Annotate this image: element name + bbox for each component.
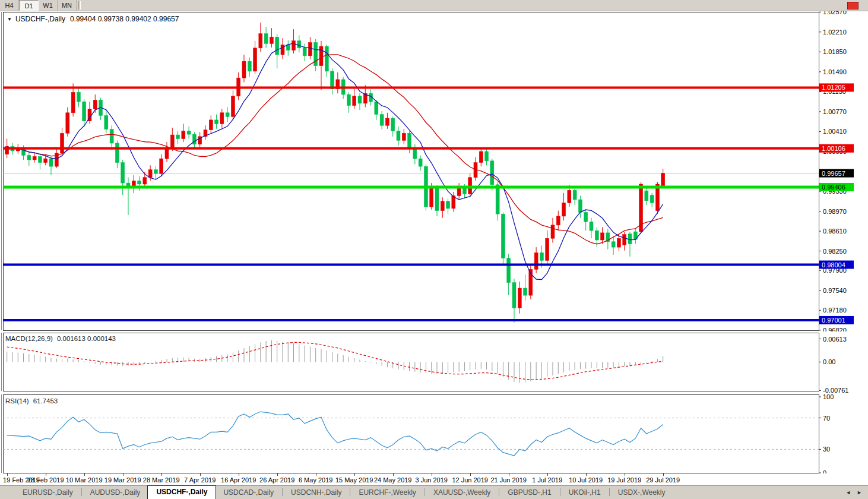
rsi-label: RSI(14) 61.7453 bbox=[5, 397, 58, 405]
tab-separator bbox=[560, 488, 560, 496]
chart-symbol: USDCHF-,Daily bbox=[15, 15, 65, 23]
date-axis[interactable]: 19 Feb 201928 Feb 201910 Mar 201919 Mar … bbox=[0, 473, 868, 485]
svg-text:1.01850: 1.01850 bbox=[823, 48, 847, 55]
date-label: 29 Jul 2019 bbox=[646, 476, 680, 484]
date-tick bbox=[470, 473, 471, 476]
svg-text:0.97001: 0.97001 bbox=[822, 317, 845, 324]
svg-text:0.98610: 0.98610 bbox=[823, 228, 847, 235]
tab-scroll-arrows: ◄ ► bbox=[845, 489, 862, 495]
tab-separator bbox=[81, 488, 82, 496]
svg-text:0.98004: 0.98004 bbox=[822, 261, 845, 269]
svg-text:0.00613: 0.00613 bbox=[823, 336, 847, 343]
svg-text:-0.00761: -0.00761 bbox=[823, 387, 848, 393]
date-tick bbox=[547, 473, 548, 476]
tab-separator bbox=[499, 488, 499, 496]
svg-text:70: 70 bbox=[823, 415, 830, 422]
date-label: 15 May 2019 bbox=[335, 476, 373, 484]
svg-text:30: 30 bbox=[823, 446, 830, 453]
timeframe-button-d1[interactable]: D1 bbox=[19, 0, 39, 11]
timeframe-button-mn[interactable]: MN bbox=[58, 0, 77, 11]
svg-text:0.97540: 0.97540 bbox=[823, 287, 847, 294]
date-tick bbox=[432, 473, 432, 476]
mt4-window: H4D1W1MN 1.025701.022101.018501.014901.0… bbox=[0, 0, 868, 499]
date-label: 1 Jul 2019 bbox=[532, 476, 562, 484]
macd-label: MACD(12,26,9) 0.001613 0.000143 bbox=[5, 335, 116, 342]
toolbar-separator bbox=[78, 1, 81, 10]
svg-text:1.00410: 1.00410 bbox=[823, 128, 847, 135]
tab-usdcnh-daily[interactable]: USDCNH-,Daily bbox=[284, 487, 349, 499]
date-label: 28 Mar 2019 bbox=[143, 476, 180, 484]
tab-xauusd-weekly[interactable]: XAUUSD-,Weekly bbox=[426, 487, 498, 499]
svg-text:1.02210: 1.02210 bbox=[823, 29, 847, 36]
date-tick bbox=[277, 473, 278, 476]
date-label: 21 Jun 2019 bbox=[490, 476, 527, 484]
date-label: 16 Apr 2019 bbox=[221, 476, 256, 484]
date-tick bbox=[84, 473, 85, 476]
timeframe-toolbar: H4D1W1MN bbox=[0, 0, 868, 11]
date-tick bbox=[46, 473, 46, 476]
tab-separator bbox=[350, 488, 350, 496]
svg-text:1.01205: 1.01205 bbox=[822, 84, 845, 91]
date-tick bbox=[316, 473, 316, 476]
red-status-icon bbox=[847, 2, 859, 10]
date-tick bbox=[200, 473, 201, 476]
tabs-scroll-left-icon[interactable]: ◄ bbox=[845, 489, 851, 495]
date-tick bbox=[7, 473, 8, 476]
tab-audusd-daily[interactable]: AUDUSD-,Daily bbox=[83, 487, 148, 499]
macd-pane[interactable]: 0.006130.00-0.00761 bbox=[0, 331, 868, 393]
svg-text:0.00: 0.00 bbox=[823, 358, 835, 365]
date-tick bbox=[123, 473, 123, 476]
tab-ukoil-h1[interactable]: UKOil-,H1 bbox=[562, 487, 608, 499]
chevron-down-icon[interactable]: ▼ bbox=[7, 17, 12, 22]
main-chart-pane[interactable]: 1.025701.022101.018501.014901.011301.007… bbox=[0, 11, 868, 331]
date-tick bbox=[393, 473, 394, 476]
tab-usdchf-daily[interactable]: USDCHF-,Daily bbox=[147, 485, 216, 499]
rsi-name: RSI(14) bbox=[5, 397, 29, 405]
date-label: 12 Jun 2019 bbox=[452, 476, 488, 484]
date-tick bbox=[161, 473, 162, 476]
svg-text:0.97180: 0.97180 bbox=[823, 307, 847, 314]
svg-text:0.98250: 0.98250 bbox=[823, 248, 847, 255]
date-label: 10 Jul 2019 bbox=[569, 476, 603, 484]
timeframe-button-h4[interactable]: H4 bbox=[0, 0, 19, 11]
tab-separator bbox=[609, 488, 610, 496]
svg-text:0.98970: 0.98970 bbox=[823, 208, 847, 215]
macd-values: 0.001613 0.000143 bbox=[57, 335, 116, 342]
svg-text:100: 100 bbox=[823, 393, 834, 400]
svg-text:1.00770: 1.00770 bbox=[823, 108, 847, 115]
chart-ohlc-values: 0.99404 0.99738 0.99402 0.99657 bbox=[70, 15, 179, 23]
svg-text:1.01490: 1.01490 bbox=[823, 68, 847, 75]
tab-usdx-weekly[interactable]: USDX-,Weekly bbox=[611, 487, 673, 499]
date-label: 3 Jun 2019 bbox=[415, 476, 447, 484]
date-label: 19 Mar 2019 bbox=[104, 476, 141, 484]
tab-eurchf-weekly[interactable]: EURCHF-,Weekly bbox=[351, 487, 423, 499]
chart-window: 1.025701.022101.018501.014901.011301.007… bbox=[0, 11, 868, 485]
macd-name: MACD(12,26,9) bbox=[5, 335, 53, 342]
svg-text:1.02570: 1.02570 bbox=[823, 11, 847, 15]
date-tick bbox=[509, 473, 509, 476]
date-tick bbox=[354, 473, 355, 476]
tab-eurusd-daily[interactable]: EURUSD-,Daily bbox=[15, 487, 80, 499]
date-label: 28 Feb 2019 bbox=[27, 476, 64, 484]
date-tick bbox=[663, 473, 664, 476]
date-label: 24 May 2019 bbox=[374, 476, 412, 484]
date-label: 19 Jul 2019 bbox=[607, 476, 641, 484]
rsi-pane[interactable]: 10070300 bbox=[0, 393, 868, 473]
date-tick bbox=[586, 473, 587, 476]
svg-text:0.96820: 0.96820 bbox=[823, 327, 847, 331]
timeframe-button-w1[interactable]: W1 bbox=[39, 0, 58, 11]
date-tick bbox=[625, 473, 625, 476]
date-tick bbox=[239, 473, 239, 476]
tab-separator bbox=[282, 488, 283, 496]
tab-usdcad-daily[interactable]: USDCAD-,Daily bbox=[216, 487, 281, 499]
svg-text:0.99657: 0.99657 bbox=[822, 170, 845, 177]
date-label: 7 Apr 2019 bbox=[184, 476, 216, 484]
tab-gbpusd-h1[interactable]: GBPUSD-,H1 bbox=[500, 487, 558, 499]
tabs-scroll-right-icon[interactable]: ► bbox=[857, 489, 862, 495]
date-label: 6 May 2019 bbox=[299, 476, 332, 484]
svg-text:0: 0 bbox=[823, 469, 826, 473]
date-label: 26 Apr 2019 bbox=[259, 476, 294, 484]
chart-tabbar: EURUSD-,DailyAUDUSD-,DailyUSDCHF-,DailyU… bbox=[0, 485, 868, 499]
svg-text:1.00106: 1.00106 bbox=[822, 145, 845, 152]
chart-title: ▼ USDCHF-,Daily 0.99404 0.99738 0.99402 … bbox=[7, 15, 179, 23]
